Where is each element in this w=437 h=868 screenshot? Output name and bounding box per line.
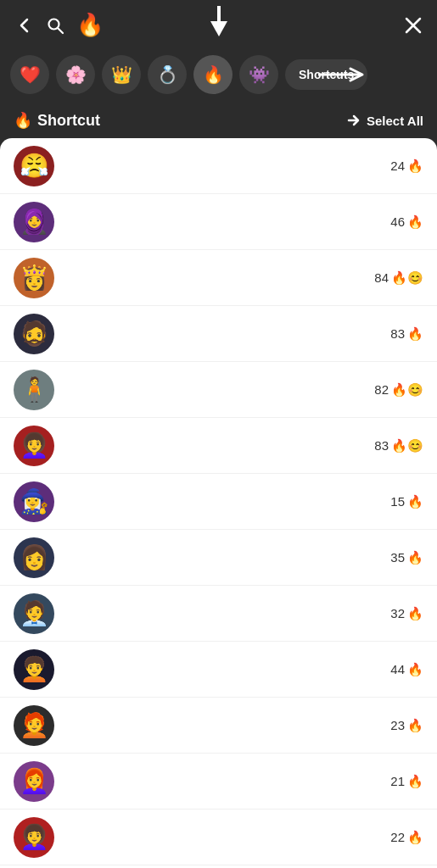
contact-item[interactable]: 🧍82🔥😊 xyxy=(0,362,437,418)
streak-number: 46 xyxy=(390,214,405,229)
contact-list: 😤24🔥🧕46🔥👸84🔥😊🧔83🔥🧍82🔥😊👩‍🦱83🔥😊🧙‍♀️15🔥👩35🔥… xyxy=(0,138,437,868)
shortcuts-button[interactable]: Shortcuts xyxy=(285,59,367,90)
streak-number: 35 xyxy=(390,550,405,565)
streak-info: 23🔥 xyxy=(390,718,423,733)
avatar: 🧑‍🦱 xyxy=(14,649,54,690)
contact-item[interactable]: 👩‍🦱83🔥😊 xyxy=(0,418,437,474)
streak-emojis: 🔥 xyxy=(407,718,423,733)
fire-icon-top: 🔥 xyxy=(76,12,104,38)
streak-info: 84🔥😊 xyxy=(374,270,423,286)
streak-number: 22 xyxy=(390,830,405,844)
streak-number: 21 xyxy=(390,774,405,788)
streak-emojis: 🔥 xyxy=(407,662,423,677)
filter-crown[interactable]: 👑 xyxy=(102,55,141,94)
section-header: 🔥 Shortcut Select All xyxy=(0,103,437,138)
section-title-text: Shortcut xyxy=(37,112,100,130)
contact-item[interactable]: 🧔83🔥 xyxy=(0,306,437,362)
select-all-label: Select All xyxy=(367,114,423,128)
streak-number: 83 xyxy=(374,438,389,453)
contact-item[interactable]: 👸84🔥😊 xyxy=(0,250,437,306)
streak-info: 32🔥 xyxy=(390,606,423,621)
streak-emojis: 🔥 xyxy=(407,326,423,342)
streak-number: 44 xyxy=(390,662,405,676)
streak-emojis: 🔥 xyxy=(407,830,423,845)
avatar: 🧙‍♀️ xyxy=(14,481,54,522)
streak-info: 83🔥😊 xyxy=(374,438,423,453)
contact-item[interactable]: 👩‍🦱22🔥 xyxy=(0,810,437,865)
avatar: 😤 xyxy=(14,146,54,186)
contact-item[interactable]: 🧑‍🦱44🔥 xyxy=(0,642,437,698)
avatar: 👩‍🦱 xyxy=(14,426,54,466)
streak-emojis: 🔥😊 xyxy=(391,270,423,286)
streak-number: 23 xyxy=(390,718,405,732)
avatar: 🧑‍🦰 xyxy=(14,705,54,746)
filter-heart[interactable]: ❤️ xyxy=(10,55,49,94)
streak-emojis: 🔥😊 xyxy=(391,382,423,398)
avatar: 👸 xyxy=(14,258,54,298)
avatar: 🧔 xyxy=(14,314,54,354)
streak-number: 83 xyxy=(390,326,405,341)
streak-number: 24 xyxy=(390,159,405,173)
filter-alien[interactable]: 👾 xyxy=(239,55,278,94)
search-button[interactable] xyxy=(46,16,64,35)
avatar: 👩‍🦱 xyxy=(14,817,54,858)
streak-info: 21🔥 xyxy=(390,774,423,789)
contact-item[interactable]: 👩35🔥 xyxy=(0,530,437,586)
streak-info: 24🔥 xyxy=(390,159,423,174)
contact-item[interactable]: 🧙‍♀️15🔥 xyxy=(0,474,437,530)
streak-info: 35🔥 xyxy=(390,550,423,565)
avatar: 👩 xyxy=(14,537,54,578)
contact-item[interactable]: 🧕46🔥 xyxy=(0,194,437,250)
streak-info: 22🔥 xyxy=(390,830,423,845)
section-fire-icon: 🔥 xyxy=(14,111,32,130)
section-title: 🔥 Shortcut xyxy=(14,111,100,130)
contact-item[interactable]: 🧑‍💼32🔥 xyxy=(0,586,437,642)
filter-row: ❤️ 🌸 👑 💍 🔥 👾 Shortcuts xyxy=(0,50,437,103)
avatar: 🧑‍💼 xyxy=(14,593,54,634)
svg-line-1 xyxy=(58,28,63,33)
streak-info: 82🔥😊 xyxy=(374,382,423,398)
avatar: 👩‍🦰 xyxy=(14,761,54,802)
contact-item[interactable]: 🧑‍🦰23🔥 xyxy=(0,698,437,754)
filter-fire[interactable]: 🔥 xyxy=(193,55,233,94)
streak-emojis: 🔥 xyxy=(407,214,423,230)
streak-emojis: 🔥 xyxy=(407,159,423,174)
streak-emojis: 🔥😊 xyxy=(391,438,423,453)
filter-ring[interactable]: 💍 xyxy=(148,55,187,94)
avatar: 🧍 xyxy=(14,370,54,410)
close-button[interactable] xyxy=(405,17,422,34)
streak-number: 15 xyxy=(390,494,405,509)
streak-emojis: 🔥 xyxy=(407,550,423,565)
contact-item[interactable]: 😤24🔥 xyxy=(0,138,437,194)
streak-info: 83🔥 xyxy=(390,326,423,342)
streak-emojis: 🔥 xyxy=(407,606,423,621)
contact-item[interactable]: 👩‍🦰21🔥 xyxy=(0,754,437,810)
back-button[interactable] xyxy=(15,16,34,35)
streak-emojis: 🔥 xyxy=(407,774,423,789)
top-bar-left: 🔥 xyxy=(15,12,104,38)
streak-number: 82 xyxy=(374,382,389,397)
top-bar: 🔥 xyxy=(0,0,437,50)
streak-emojis: 🔥 xyxy=(407,494,423,509)
filter-flower[interactable]: 🌸 xyxy=(56,55,95,94)
streak-number: 32 xyxy=(390,606,405,620)
streak-info: 46🔥 xyxy=(390,214,423,230)
select-all-button[interactable]: Select All xyxy=(346,114,423,128)
streak-info: 44🔥 xyxy=(390,662,423,677)
streak-info: 15🔥 xyxy=(390,494,423,509)
streak-number: 84 xyxy=(374,270,389,285)
avatar: 🧕 xyxy=(14,202,54,242)
